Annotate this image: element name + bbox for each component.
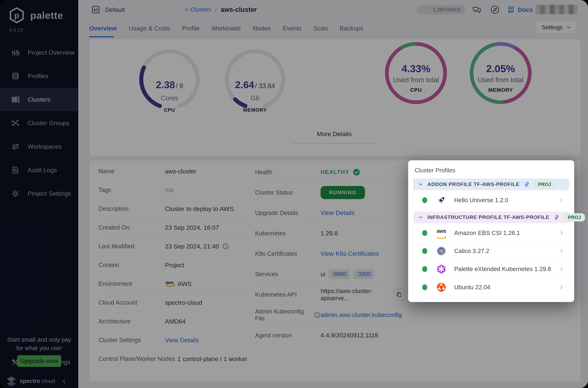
status-dot-icon (422, 197, 427, 203)
profile-layer-hello-universe[interactable]: Hello Universe 1.2.0 (413, 191, 569, 209)
app-window: p palette 4.4.19 Project Overview Profil… (0, 0, 588, 388)
addon-profile-items: Hello Universe 1.2.0 (413, 191, 569, 209)
chevron-down-icon[interactable] (418, 215, 423, 220)
chevron-right-icon (559, 266, 564, 272)
addon-profile-label: ADDON PROFILE TF-AWS-PROFILE (428, 181, 520, 187)
chevron-down-icon[interactable] (418, 182, 423, 187)
infrastructure-profile-header[interactable]: INFRASTRUCTURE PROFILE TF-AWS-PROFILE PR… (413, 212, 569, 223)
ubuntu-icon (436, 282, 447, 292)
chevron-right-icon (559, 230, 564, 236)
status-dot-icon (422, 230, 427, 236)
calico-icon (436, 246, 447, 256)
chevron-right-icon (559, 285, 564, 290)
status-dot-icon (422, 284, 427, 290)
addon-profile-header[interactable]: ADDON PROFILE TF-AWS-PROFILE PROJ (413, 178, 569, 190)
profile-layer-name: Hello Universe 1.2.0 (454, 197, 508, 204)
infrastructure-profile-label: INFRASTRUCTURE PROFILE TF-AWS-PROFILE (428, 214, 549, 220)
profile-layer-palette-extended-kubernetes[interactable]: Palette eXtended Kubernetes 1.29.8 (413, 260, 569, 278)
proj-scope-badge: PROJ (534, 180, 555, 189)
profile-layer-name: Palette eXtended Kubernetes 1.29.8 (454, 266, 551, 272)
profile-layer-calico[interactable]: Calico 3.27.2 (413, 242, 569, 260)
chevron-right-icon (559, 248, 564, 254)
panel-title: Cluster Profiles (415, 167, 569, 174)
status-dot-icon (422, 266, 427, 272)
hello-universe-icon (436, 195, 447, 205)
profile-layer-name: Ubuntu 22.04 (454, 284, 490, 291)
status-dot-icon (422, 248, 427, 254)
aws-icon: aws (436, 228, 447, 238)
profile-layer-ubuntu[interactable]: Ubuntu 22.04 (413, 278, 569, 296)
pxk-icon (436, 264, 447, 274)
profile-layer-amazon-ebs-csi[interactable]: aws Amazon EBS CSI 1.26.1 (413, 224, 569, 242)
profile-layer-name: Amazon EBS CSI 1.26.1 (454, 230, 520, 237)
link-icon[interactable] (553, 214, 560, 220)
proj-scope-badge: PROJ (564, 213, 585, 221)
profile-layer-name: Calico 3.27.2 (454, 247, 489, 254)
infrastructure-profile-items: aws Amazon EBS CSI 1.26.1 Calico 3.27.2 (413, 224, 569, 296)
cluster-profiles-panel: Cluster Profiles ADDON PROFILE TF-AWS-PR… (408, 160, 574, 302)
link-icon[interactable] (523, 181, 530, 188)
chevron-right-icon (559, 197, 564, 203)
